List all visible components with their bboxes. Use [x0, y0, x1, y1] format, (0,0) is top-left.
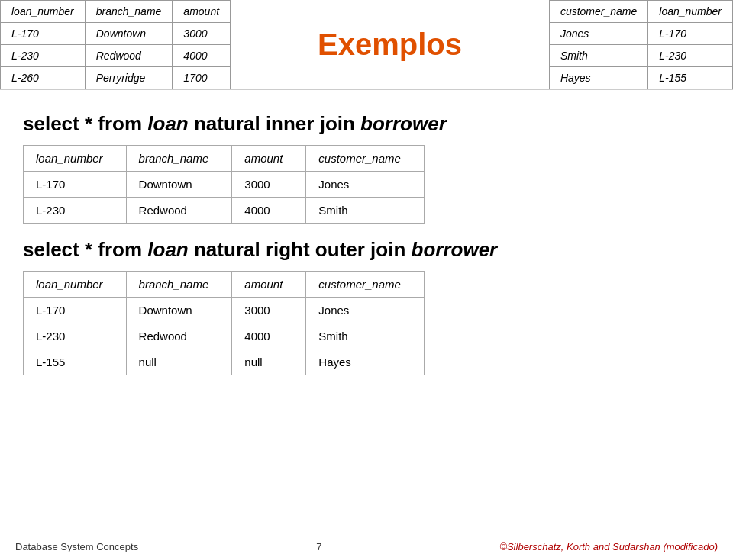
- col-branch-name: branch_name: [126, 271, 232, 297]
- cell: Downtown: [126, 171, 232, 197]
- borrower-table: customer_name loan_number Jones L-170 Sm…: [549, 0, 733, 89]
- footer-right: ©Silberschatz, Korth and Sudarshan (modi…: [499, 541, 718, 552]
- cell: Smith: [549, 45, 647, 67]
- cell: 4000: [173, 45, 231, 67]
- loan-table: loan_number branch_name amount L-170 Dow…: [0, 0, 231, 89]
- table-row: L-170 Downtown 3000 Jones: [24, 297, 425, 323]
- cell: L-230: [1, 45, 86, 67]
- cell: L-170: [648, 23, 733, 45]
- table-row: Smith L-230: [549, 45, 732, 67]
- cell: 4000: [232, 197, 306, 223]
- cell: Smith: [306, 197, 425, 223]
- cell: 3000: [173, 23, 231, 45]
- inner-join-result-table: loan_number branch_name amount customer_…: [23, 145, 425, 224]
- cell: L-230: [648, 45, 733, 67]
- col-amount: amount: [232, 145, 306, 171]
- cell: 3000: [232, 297, 306, 323]
- cell: Jones: [306, 171, 425, 197]
- cell: Perryridge: [85, 67, 173, 89]
- col-amount: amount: [173, 1, 231, 23]
- cell: L-260: [1, 67, 86, 89]
- col-customer-name: customer_name: [306, 271, 425, 297]
- cell: L-170: [1, 23, 86, 45]
- cell: null: [232, 349, 306, 375]
- page-title: Exemplos: [231, 0, 549, 89]
- cell: 4000: [232, 323, 306, 349]
- cell: L-230: [24, 197, 127, 223]
- table-row: L-170 Downtown 3000: [1, 23, 231, 45]
- cell: 1700: [173, 67, 231, 89]
- cell: L-155: [648, 67, 733, 89]
- col-loan-number: loan_number: [648, 1, 733, 23]
- top-section: loan_number branch_name amount L-170 Dow…: [0, 0, 733, 90]
- cell: 3000: [232, 171, 306, 197]
- cell: L-170: [24, 171, 127, 197]
- footer-left: Database System Concepts: [15, 541, 138, 552]
- table-row: L-230 Redwood 4000 Smith: [24, 197, 425, 223]
- table-row: L-230 Redwood 4000: [1, 45, 231, 67]
- col-amount: amount: [232, 271, 306, 297]
- right-outer-join-heading: select * from loan natural right outer j…: [23, 237, 710, 263]
- cell: L-155: [24, 349, 127, 375]
- cell: Redwood: [126, 323, 232, 349]
- right-outer-join-result-table: loan_number branch_name amount customer_…: [23, 271, 425, 375]
- col-customer-name: customer_name: [549, 1, 647, 23]
- footer: Database System Concepts 7 ©Silberschatz…: [0, 541, 733, 552]
- col-branch-name: branch_name: [85, 1, 173, 23]
- table-row: L-230 Redwood 4000 Smith: [24, 323, 425, 349]
- cell: Hayes: [549, 67, 647, 89]
- cell: Smith: [306, 323, 425, 349]
- table-row: Jones L-170: [549, 23, 732, 45]
- main-content: select * from loan natural inner join bo…: [0, 90, 733, 391]
- col-loan-number: loan_number: [24, 145, 127, 171]
- table-row: L-260 Perryridge 1700: [1, 67, 231, 89]
- cell: L-230: [24, 323, 127, 349]
- cell: Jones: [306, 297, 425, 323]
- cell: Jones: [549, 23, 647, 45]
- col-loan-number: loan_number: [24, 271, 127, 297]
- table-row: Hayes L-155: [549, 67, 732, 89]
- cell: L-170: [24, 297, 127, 323]
- cell: Redwood: [85, 45, 173, 67]
- page-number: 7: [138, 541, 499, 552]
- cell: Downtown: [126, 297, 232, 323]
- col-customer-name: customer_name: [306, 145, 425, 171]
- cell: Redwood: [126, 197, 232, 223]
- col-branch-name: branch_name: [126, 145, 232, 171]
- table-row: L-170 Downtown 3000 Jones: [24, 171, 425, 197]
- col-loan-number: loan_number: [1, 1, 86, 23]
- cell: Hayes: [306, 349, 425, 375]
- table-row: L-155 null null Hayes: [24, 349, 425, 375]
- cell: Downtown: [85, 23, 173, 45]
- inner-join-heading: select * from loan natural inner join bo…: [23, 111, 710, 137]
- cell: null: [126, 349, 232, 375]
